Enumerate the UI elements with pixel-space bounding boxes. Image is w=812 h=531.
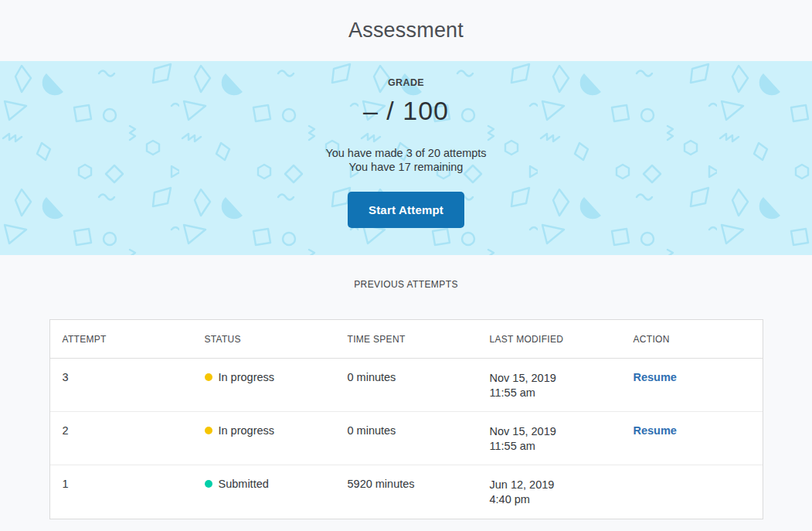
column-header-last-modified: LAST MODIFIED — [477, 334, 621, 345]
last-modified: Nov 15, 2019 11:55 am — [477, 359, 621, 411]
status-dot-icon — [205, 480, 212, 488]
action-cell: Resume — [621, 359, 763, 411]
attempt-number: 3 — [50, 359, 192, 411]
status-cell: Submitted — [192, 465, 335, 519]
attempts-info: You have made 3 of 20 attempts You have … — [0, 146, 812, 174]
last-modified-date: Jun 12, 2019 — [490, 478, 621, 492]
last-modified: Nov 15, 2019 11:55 am — [477, 412, 621, 465]
grade-banner: GRADE – / 100 You have made 3 of 20 atte… — [0, 61, 812, 255]
grade-label: GRADE — [0, 77, 812, 88]
last-modified: Jun 12, 2019 4:40 pm — [477, 465, 621, 519]
status-dot-icon — [205, 427, 212, 434]
resume-link[interactable]: Resume — [634, 371, 677, 383]
time-spent: 5920 minutes — [335, 465, 477, 519]
column-header-time-spent: TIME SPENT — [335, 334, 477, 345]
last-modified-date: Nov 15, 2019 — [490, 371, 621, 386]
column-header-attempt: ATTEMPT — [50, 334, 192, 345]
app-header: Assessment — [0, 0, 812, 61]
resume-link[interactable]: Resume — [634, 424, 677, 437]
table-row-attempt-1: 1 Submitted 5920 minutes Jun 12, 2019 4:… — [50, 465, 763, 519]
attempt-number: 1 — [50, 465, 192, 519]
status-label: In progress — [219, 424, 275, 437]
table-header-row: ATTEMPT STATUS TIME SPENT LAST MODIFIED … — [50, 320, 763, 359]
attempts-made-text: You have made 3 of 20 attempts — [0, 146, 812, 160]
status-cell: In progress — [192, 412, 335, 465]
table-row-attempt-2: 2 In progress 0 minutes Nov 15, 2019 11:… — [50, 412, 763, 465]
action-cell: Resume — [621, 412, 763, 465]
column-header-status: STATUS — [192, 334, 335, 345]
action-cell — [621, 465, 763, 519]
start-attempt-button[interactable]: Start Attempt — [348, 192, 464, 228]
last-modified-time: 11:55 am — [490, 439, 621, 454]
last-modified-date: Nov 15, 2019 — [490, 424, 621, 439]
status-label: In progress — [219, 371, 275, 383]
previous-attempts-heading: PREVIOUS ATTEMPTS — [0, 279, 812, 290]
page-title: Assessment — [348, 19, 464, 43]
attempt-number: 2 — [50, 412, 192, 465]
previous-attempts-table: ATTEMPT STATUS TIME SPENT LAST MODIFIED … — [49, 319, 763, 519]
attempts-remaining-text: You have 17 remaining — [0, 160, 812, 174]
status-label: Submitted — [219, 478, 269, 490]
time-spent: 0 minutes — [335, 359, 477, 411]
grade-value: – / 100 — [0, 96, 812, 126]
grade-summary: GRADE – / 100 You have made 3 of 20 atte… — [0, 61, 812, 228]
table-row-attempt-3: 3 In progress 0 minutes Nov 15, 2019 11:… — [50, 359, 763, 412]
column-header-action: ACTION — [621, 334, 763, 345]
last-modified-time: 11:55 am — [490, 386, 621, 400]
last-modified-time: 4:40 pm — [490, 492, 621, 507]
status-cell: In progress — [192, 359, 335, 411]
time-spent: 0 minutes — [335, 412, 477, 465]
status-dot-icon — [205, 373, 212, 381]
